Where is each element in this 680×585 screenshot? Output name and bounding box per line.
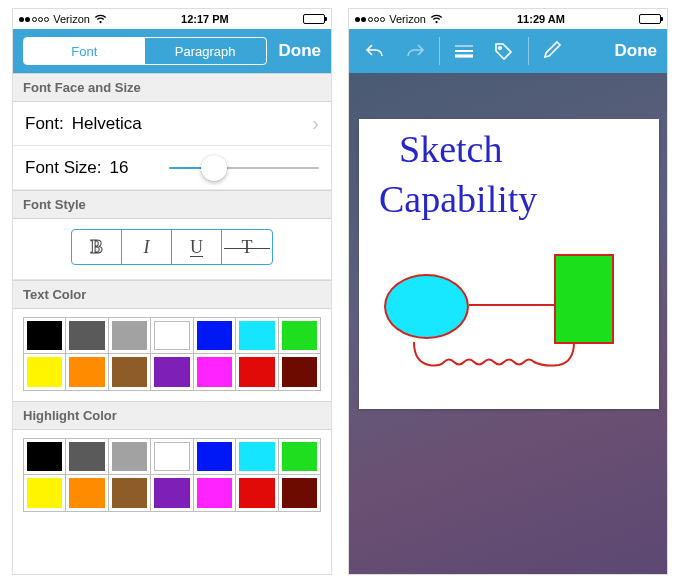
text-color-swatch[interactable] — [235, 354, 277, 390]
highlight-color-swatch[interactable] — [150, 475, 192, 511]
strikethrough-button[interactable]: T — [222, 230, 272, 264]
font-value: Helvetica — [72, 114, 142, 134]
done-button[interactable]: Done — [615, 41, 658, 61]
highlight-color-swatch[interactable] — [278, 439, 320, 474]
segmented-control: Font Paragraph — [23, 37, 267, 65]
status-bar: Verizon 11:29 AM — [349, 9, 667, 29]
text-color-swatch[interactable] — [108, 354, 150, 390]
text-color-swatch[interactable] — [65, 318, 107, 353]
battery-icon — [639, 14, 661, 24]
section-font-style: Font Style — [13, 190, 331, 219]
carrier-label: Verizon — [53, 13, 90, 25]
sketch-connector-line — [469, 304, 554, 306]
tab-paragraph[interactable]: Paragraph — [145, 38, 266, 64]
wifi-icon — [430, 14, 443, 24]
font-row[interactable]: Font: Helvetica › — [13, 102, 331, 146]
text-color-swatch[interactable] — [23, 354, 65, 390]
italic-button[interactable]: I — [122, 230, 172, 264]
bold-button[interactable]: B — [72, 230, 122, 264]
highlight-color-swatch[interactable] — [108, 439, 150, 474]
text-color-swatch[interactable] — [65, 354, 107, 390]
section-highlight-color: Highlight Color — [13, 401, 331, 430]
wifi-icon — [94, 14, 107, 24]
line-weight-button[interactable] — [448, 35, 480, 67]
carrier-label: Verizon — [389, 13, 426, 25]
tag-button[interactable] — [488, 35, 520, 67]
highlight-color-swatch[interactable] — [65, 475, 107, 511]
font-size-row: Font Size: 16 — [13, 146, 331, 190]
highlight-color-swatch[interactable] — [65, 439, 107, 474]
phone-font-settings: Verizon 12:17 PM Font Paragraph Done Fon… — [12, 8, 332, 575]
signal-dots-icon — [355, 17, 385, 22]
font-size-slider[interactable] — [169, 156, 319, 180]
svg-point-3 — [499, 47, 502, 50]
text-color-swatch[interactable] — [235, 318, 277, 353]
text-color-swatch[interactable] — [193, 354, 235, 390]
highlight-color-grid — [23, 438, 321, 512]
sketch-toolbar: Done — [349, 29, 667, 73]
text-color-swatch[interactable] — [23, 318, 65, 353]
text-color-grid — [23, 317, 321, 391]
handwriting-line2: Capability — [379, 179, 537, 221]
font-size-value: 16 — [110, 158, 129, 178]
signal-dots-icon — [19, 17, 49, 22]
toolbar: Font Paragraph Done — [13, 29, 331, 73]
undo-button[interactable] — [359, 35, 391, 67]
status-time: 12:17 PM — [181, 13, 229, 25]
done-button[interactable]: Done — [279, 41, 322, 61]
text-color-swatch[interactable] — [278, 354, 320, 390]
sketch-oval — [384, 274, 469, 339]
phone-sketch-canvas: Verizon 11:29 AM Done Sket — [348, 8, 668, 575]
text-color-swatch[interactable] — [278, 318, 320, 353]
sketch-canvas[interactable]: Sketch Capability — [359, 119, 659, 409]
section-font-face-size: Font Face and Size — [13, 73, 331, 102]
status-time: 11:29 AM — [517, 13, 565, 25]
redo-button[interactable] — [399, 35, 431, 67]
highlight-color-swatch[interactable] — [193, 439, 235, 474]
text-color-swatch[interactable] — [150, 354, 192, 390]
font-style-row: B I U T — [13, 219, 331, 280]
sketch-rect — [554, 254, 614, 344]
highlight-color-swatch[interactable] — [278, 475, 320, 511]
highlight-color-swatch[interactable] — [235, 439, 277, 474]
chevron-right-icon: › — [312, 112, 319, 135]
highlight-color-swatch[interactable] — [108, 475, 150, 511]
sketch-squiggle — [409, 337, 579, 377]
highlight-color-swatch[interactable] — [235, 475, 277, 511]
highlight-color-swatch[interactable] — [23, 439, 65, 474]
battery-icon — [303, 14, 325, 24]
text-color-swatch[interactable] — [108, 318, 150, 353]
handwriting-line1: Sketch — [399, 129, 502, 171]
status-bar: Verizon 12:17 PM — [13, 9, 331, 29]
tab-font[interactable]: Font — [24, 38, 145, 64]
section-text-color: Text Color — [13, 280, 331, 309]
text-color-swatch[interactable] — [150, 318, 192, 353]
pen-button[interactable] — [537, 35, 569, 67]
underline-button[interactable]: U — [172, 230, 222, 264]
font-label: Font: — [25, 114, 64, 134]
text-color-swatch[interactable] — [193, 318, 235, 353]
highlight-color-swatch[interactable] — [150, 439, 192, 474]
highlight-color-swatch[interactable] — [23, 475, 65, 511]
font-size-label: Font Size: — [25, 158, 102, 178]
highlight-color-swatch[interactable] — [193, 475, 235, 511]
